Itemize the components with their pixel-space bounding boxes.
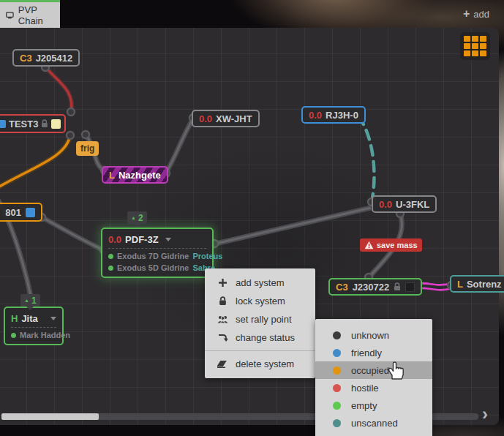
system-node-rj3h-0[interactable]: 0.0 RJ3H-0: [301, 106, 366, 124]
status-item-unknown[interactable]: unknown: [315, 326, 432, 344]
menu-item-label: delete system: [236, 358, 294, 369]
status-dot-friendly: [333, 349, 341, 357]
grid-layout-button[interactable]: [460, 32, 490, 60]
pilot-ship: Proteus: [192, 252, 222, 260]
lock-icon: [394, 282, 401, 291]
region-tag-icon: [26, 208, 35, 217]
eraser-icon: [217, 360, 228, 368]
jumps-badge: ▲ 2: [127, 211, 147, 224]
status-label: empty: [351, 400, 377, 411]
save-mass-badge: save mass: [360, 238, 422, 252]
arrow-up-icon: ▲: [24, 298, 29, 303]
monitor-icon: [6, 11, 14, 20]
lock-icon: [41, 119, 48, 128]
system-name: 801: [5, 207, 21, 218]
chevron-down-icon[interactable]: [50, 317, 56, 320]
status-dot-unknown: [333, 331, 341, 339]
status-label: hostile: [351, 383, 379, 394]
status-dot-occupied: [333, 367, 341, 375]
status-label: friendly: [351, 347, 382, 358]
menu-item-set-rally-point[interactable]: set rally point: [205, 310, 315, 328]
system-node-j230722[interactable]: C3 J230722: [328, 278, 422, 296]
note-icon: [51, 119, 61, 129]
system-name: TEST3: [9, 119, 38, 129]
system-name: Sotrenz: [467, 279, 502, 290]
system-node-nazhgete[interactable]: L Nazhgete: [102, 166, 168, 184]
menu-item-add-system[interactable]: add system: [205, 274, 315, 292]
system-name: RJ3H-0: [326, 110, 358, 121]
pilot-name: Exodus 7D Gidrine: [117, 252, 189, 260]
pilot-name: Mark Hadden: [20, 331, 70, 339]
menu-item-label: change status: [236, 332, 295, 343]
pilot-row: Exodus 7D Gidrine Proteus: [108, 250, 206, 262]
status-label: unscanned: [351, 418, 398, 429]
security-prefix: L: [109, 170, 115, 181]
jumps-badge: ▲ 1: [20, 294, 40, 307]
security-status: 0.0: [199, 113, 212, 124]
system-node-xw-jht[interactable]: 0.0 XW-JHT: [192, 110, 260, 127]
status-item-hostile[interactable]: hostile: [315, 379, 432, 396]
system-node-801[interactable]: 801: [0, 203, 42, 222]
system-name: J230722: [353, 282, 390, 293]
lock-icon: [217, 296, 228, 306]
note-icon: [405, 282, 415, 292]
pilot-row: Exodus 5D Gidrine Sabre: [108, 262, 206, 274]
system-name: Jita: [21, 313, 37, 324]
menu-item-label: lock system: [236, 296, 285, 307]
context-menu: add system lock system set rally point c…: [205, 268, 315, 378]
region-tag-icon: [0, 120, 6, 128]
security-prefix: L: [457, 279, 463, 290]
status-submenu: unknown friendly occupied hostile empty …: [315, 319, 432, 436]
security-status: 0.0: [379, 199, 392, 210]
warning-icon: [364, 241, 374, 249]
security-prefix: H: [11, 313, 18, 324]
arrow-branch-icon: [217, 334, 228, 342]
status-dot-empty: [333, 402, 341, 410]
menu-item-label: add system: [236, 277, 284, 288]
status-item-occupied[interactable]: occupied: [315, 361, 432, 379]
arrow-up-icon: ▲: [131, 215, 136, 220]
pilot-online-icon: [11, 333, 16, 338]
system-name: Nazhgete: [119, 170, 161, 181]
chevron-down-icon[interactable]: [165, 238, 171, 241]
menu-separator: [205, 350, 315, 351]
status-label: unknown: [351, 330, 389, 341]
system-name: J205412: [36, 53, 73, 64]
menu-item-lock-system[interactable]: lock system: [205, 292, 315, 310]
pilot-row: Mark Hadden: [11, 329, 56, 341]
tab-label: PVP Chain: [18, 4, 54, 26]
status-dot-hostile: [333, 384, 341, 392]
jumps-count: 1: [31, 296, 37, 306]
system-node-test3[interactable]: TEST3: [0, 114, 66, 133]
status-item-unscanned[interactable]: unscanned: [315, 414, 432, 432]
system-class: C3: [20, 53, 32, 64]
save-mass-text: save mass: [377, 241, 418, 249]
menu-item-change-status[interactable]: change status: [205, 328, 315, 347]
status-label: occupied: [351, 365, 389, 376]
system-node-u-3fkl[interactable]: 0.0 U-3FKL: [372, 195, 437, 213]
scrollbar-thumb[interactable]: [1, 413, 99, 420]
status-dot-unscanned: [333, 419, 341, 427]
system-name: XW-JHT: [216, 113, 252, 124]
system-node-jita[interactable]: H Jita Mark Hadden: [4, 307, 64, 345]
wormhole-size-text: frig: [80, 143, 94, 154]
chevron-right-icon[interactable]: ›: [482, 404, 488, 424]
wormhole-size-label[interactable]: frig: [76, 141, 99, 156]
system-node-j205412[interactable]: C3 J205412: [12, 49, 80, 67]
status-item-empty[interactable]: empty: [315, 396, 432, 414]
system-node-sotrenz[interactable]: L Sotrenz: [450, 275, 504, 293]
plus-icon: +: [463, 8, 470, 20]
tab-pvp-chain[interactable]: PVP Chain: [0, 0, 60, 28]
pilot-online-icon: [108, 266, 113, 271]
security-status: 0.0: [108, 234, 121, 245]
jumps-count: 2: [138, 213, 143, 223]
pilot-name: Exodus 5D Gidrine: [117, 263, 189, 272]
menu-item-label: set rally point: [236, 314, 292, 325]
menu-item-delete-system[interactable]: delete system: [205, 355, 315, 373]
status-item-friendly[interactable]: friendly: [315, 344, 432, 361]
system-class: C3: [336, 282, 348, 293]
users-icon: [217, 315, 228, 324]
add-map-button[interactable]: + add: [463, 8, 489, 20]
system-name: U-3FKL: [396, 199, 429, 210]
system-node-pdf-3z[interactable]: 0.0 PDF-3Z Exodus 7D Gidrine Proteus Exo…: [101, 228, 214, 278]
